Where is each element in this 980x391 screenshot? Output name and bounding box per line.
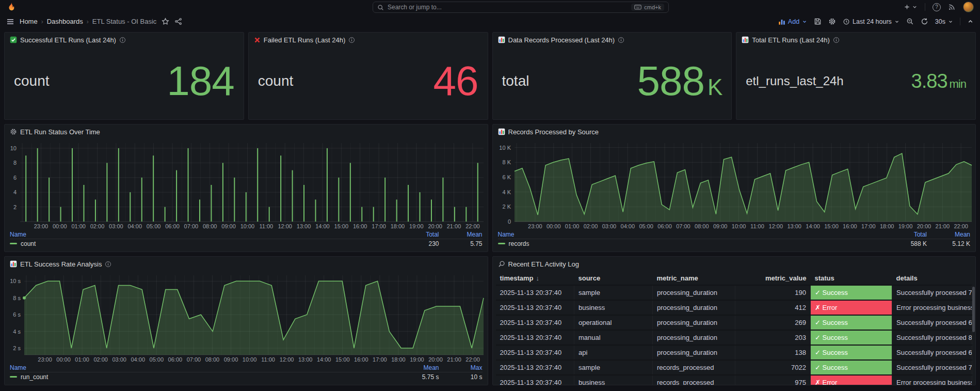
column-header-metric_name[interactable]: metric_name [653, 271, 735, 285]
cell-timestamp: 2025-11-13 20:37:40 [496, 375, 574, 385]
svg-text:04:00: 04:00 [127, 223, 142, 229]
info-icon[interactable] [119, 37, 126, 43]
panel-title[interactable]: ETL Run Status Over Time [20, 128, 100, 136]
legend-total-value: 230 [396, 240, 439, 247]
svg-text:19:00: 19:00 [409, 223, 424, 229]
svg-text:13:00: 13:00 [787, 223, 801, 229]
legend-series-item[interactable]: count [10, 240, 396, 247]
series-color-swatch [10, 376, 17, 378]
info-icon[interactable] [348, 37, 355, 43]
svg-text:07:00: 07:00 [184, 223, 199, 229]
table-panel-activity-log: Recent ETL Activity Log timestamp↓source… [492, 256, 976, 385]
svg-text:4 s: 4 s [13, 329, 21, 335]
svg-text:06:00: 06:00 [657, 223, 672, 229]
timeseries-panel-records-by-source: Records Processed by Source 23:0000:0001… [492, 124, 976, 252]
legend-max-value: 10 s [439, 373, 483, 381]
stat-unit: min [950, 77, 966, 90]
info-icon[interactable] [105, 261, 111, 268]
time-range-picker[interactable]: Last 24 hours [843, 18, 899, 25]
cell-metric-value: 975 [735, 375, 811, 385]
svg-text:2 K: 2 K [502, 204, 511, 210]
add-button[interactable]: Add [778, 18, 807, 25]
help-icon[interactable]: ? [933, 3, 941, 11]
chart-plot-area[interactable]: 23:0000:0001:0002:0003:0004:0005:0006:00… [493, 139, 976, 230]
svg-text:2 s: 2 s [13, 345, 21, 351]
plus-icon [904, 4, 910, 10]
user-avatar[interactable] [963, 2, 974, 12]
menu-toggle-icon[interactable] [6, 18, 14, 26]
panel-title[interactable]: Data Records Processed (Last 24h) [508, 36, 615, 44]
svg-text:23:00: 23:00 [34, 223, 49, 229]
news-rss-icon[interactable] [948, 3, 956, 11]
svg-text:22:00: 22:00 [465, 356, 480, 363]
cell-metric-value: 269 [735, 315, 811, 330]
svg-text:05:00: 05:00 [150, 356, 164, 363]
panel-title[interactable]: Recent ETL Activity Log [508, 260, 580, 268]
svg-text:12:00: 12:00 [768, 223, 783, 229]
info-icon[interactable] [833, 37, 840, 43]
save-dashboard-icon[interactable] [814, 18, 822, 25]
legend-series-item[interactable]: records [498, 240, 884, 247]
legend-total-header[interactable]: Total [883, 231, 927, 238]
svg-text:15:00: 15:00 [334, 223, 349, 229]
legend-max-header[interactable]: Max [439, 364, 483, 371]
status-badge: ✓ Success [811, 361, 892, 374]
column-header-metric_value[interactable]: metric_value [735, 271, 811, 285]
breadcrumb-home[interactable]: Home [20, 18, 38, 25]
favorite-star-icon[interactable] [162, 18, 169, 25]
svg-text:8 K: 8 K [502, 159, 511, 165]
panel-title[interactable]: Failed ETL Runs (Last 24h) [264, 36, 345, 44]
panel-title[interactable]: Total ETL Runs (Last 24h) [752, 36, 830, 44]
grafana-flame-icon [6, 2, 17, 12]
cell-metric-value: 412 [735, 300, 811, 315]
zoom-out-icon[interactable] [906, 18, 914, 25]
status-badge: ✓ Success [811, 331, 892, 345]
stat-value: 588K [637, 60, 722, 102]
collapse-chevron-up-icon[interactable] [967, 18, 974, 25]
bar-chart-icon [742, 36, 749, 43]
svg-text:00:00: 00:00 [56, 356, 71, 363]
chart-plot-area[interactable]: 23:0000:0001:0002:0003:0004:0005:0006:00… [5, 139, 488, 230]
settings-gear-icon[interactable] [828, 18, 836, 25]
info-icon[interactable] [618, 37, 624, 43]
panel-title[interactable]: Successful ETL Runs (Last 24h) [20, 36, 116, 44]
chart-legend: Name Mean Max run_count 5.75 s 10 s [5, 363, 488, 385]
search-input[interactable]: Search or jump to... cmd+k [373, 2, 669, 13]
grafana-logo[interactable] [6, 2, 17, 12]
new-button[interactable] [904, 4, 918, 10]
table-scrollbar[interactable] [972, 287, 975, 332]
legend-mean-header[interactable]: Mean [927, 231, 970, 238]
svg-text:21:00: 21:00 [447, 223, 461, 229]
legend-mean-header[interactable]: Mean [439, 231, 483, 238]
cell-metric-value: 138 [735, 345, 811, 360]
column-header-source[interactable]: source [574, 271, 653, 285]
breadcrumb-separator: › [41, 18, 43, 25]
legend-name-header[interactable]: Name [498, 231, 884, 238]
svg-text:07:00: 07:00 [187, 356, 201, 363]
timeseries-panel-success-rate: ETL Success Rate Analysis 23:0000:0001:0… [4, 256, 488, 385]
cell-details: Error processing business:... [892, 375, 972, 385]
legend-total-header[interactable]: Total [396, 231, 439, 238]
legend-series-item[interactable]: run_count [10, 373, 396, 381]
panel-title[interactable]: Records Processed by Source [508, 128, 599, 136]
legend-name-header[interactable]: Name [10, 231, 396, 238]
share-icon[interactable] [174, 18, 182, 25]
svg-text:8: 8 [13, 160, 17, 166]
cell-source: business [574, 375, 653, 385]
column-header-details[interactable]: details [892, 271, 972, 285]
column-header-status[interactable]: status [811, 271, 892, 285]
panel-title[interactable]: ETL Success Rate Analysis [20, 260, 102, 268]
refresh-interval-picker[interactable]: 30s [935, 18, 953, 25]
refresh-icon[interactable] [921, 18, 928, 25]
series-color-swatch [10, 243, 17, 244]
stat-panel-total-runs: Total ETL Runs (Last 24h) etl_runs_last_… [736, 32, 976, 120]
cell-source: business [574, 300, 653, 315]
cell-metric-value: 203 [735, 330, 811, 345]
chart-plot-area[interactable]: 23:0000:0001:0002:0003:0004:0005:0006:00… [5, 271, 488, 363]
breadcrumb-separator: › [87, 18, 89, 25]
svg-text:2: 2 [13, 204, 17, 210]
breadcrumb-dashboards[interactable]: Dashboards [47, 18, 83, 25]
legend-mean-header[interactable]: Mean [396, 364, 439, 371]
column-header-timestamp[interactable]: timestamp↓ [496, 271, 574, 285]
legend-name-header[interactable]: Name [10, 364, 396, 371]
